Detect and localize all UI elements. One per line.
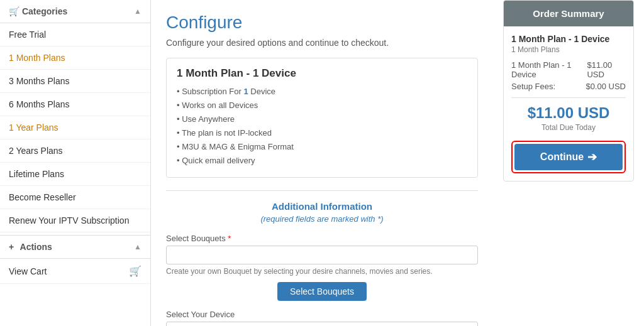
sidebar-item-1month[interactable]: 1 Month Plans [0, 46, 150, 70]
order-summary-box: Order Summary 1 Month Plan - 1 Device 1 … [503, 0, 634, 182]
order-line-item-label: 1 Month Plan - 1 Device [511, 60, 587, 79]
feature-4: The plan is not IP-locked [177, 126, 467, 140]
continue-button[interactable]: Continue ➔ [514, 144, 623, 170]
sidebar-item-reseller[interactable]: Become Reseller [0, 186, 150, 209]
bouquets-label: Select Bouquets * [166, 234, 478, 243]
plus-icon: + [9, 242, 14, 252]
order-setup-fee-price: $0.00 USD [586, 82, 626, 91]
select-bouquets-button[interactable]: Select Bouquets [277, 282, 367, 301]
feature-1: Subscription For 1 Device [177, 85, 467, 99]
continue-btn-label: Continue [540, 151, 584, 163]
arrow-icon: ➔ [587, 150, 597, 164]
bouquets-help: Create your own Bouquet by selecting you… [166, 267, 478, 276]
page-title: Configure [166, 13, 478, 33]
bouquets-required: * [228, 234, 231, 243]
actions-header: + Actions ▲ [0, 235, 150, 259]
continue-btn-wrapper: Continue ➔ [511, 141, 626, 173]
categories-header: 🛒 Categories ▲ [0, 0, 150, 23]
order-setup-fee-label: Setup Fees: [511, 82, 555, 91]
order-line-item-price: $11.00 USD [587, 60, 626, 79]
device-group: Select Your Device None [166, 310, 478, 326]
order-setup-fee: Setup Fees: $0.00 USD [511, 82, 626, 91]
sidebar-item-renew[interactable]: Renew Your IPTV Subscription [0, 209, 150, 232]
cart-small-icon: 🛒 [129, 265, 142, 277]
view-cart-item[interactable]: View Cart 🛒 [0, 259, 150, 284]
bouquets-input[interactable] [166, 246, 478, 264]
categories-nav: Free Trial 1 Month Plans 3 Months Plans … [0, 23, 150, 232]
feature-6: Quick email delivery [177, 154, 467, 168]
page-subtitle: Configure your desired options and conti… [166, 38, 478, 48]
sidebar-item-6months[interactable]: 6 Months Plans [0, 93, 150, 116]
device-label: Select Your Device [166, 310, 478, 319]
sidebar-item-free-trial[interactable]: Free Trial [0, 23, 150, 46]
divider [166, 190, 478, 191]
sidebar-item-1year[interactable]: 1 Year Plans [0, 116, 150, 139]
order-divider [511, 97, 626, 98]
chevron-up-icon-actions: ▲ [134, 242, 142, 251]
additional-info-title: Additional Information [166, 201, 478, 212]
bouquets-group: Select Bouquets * Create your own Bouque… [166, 234, 478, 301]
view-cart-label: View Cart [9, 266, 47, 276]
actions-label: Actions [20, 242, 52, 252]
feature-3: Use Anywhere [177, 112, 467, 126]
plan-title: 1 Month Plan - 1 Device [177, 67, 467, 80]
order-total-amount: $11.00 USD [511, 104, 626, 122]
chevron-up-icon: ▲ [134, 7, 142, 16]
plan-features: Subscription For 1 Device Works on all D… [177, 85, 467, 168]
plan-box: 1 Month Plan - 1 Device Subscription For… [166, 58, 478, 178]
feature-2: Works on all Devices [177, 99, 467, 112]
order-summary-body: 1 Month Plan - 1 Device 1 Month Plans 1 … [504, 26, 633, 181]
order-summary-panel: Order Summary 1 Month Plan - 1 Device 1 … [493, 0, 644, 326]
sidebar-item-3months[interactable]: 3 Months Plans [0, 70, 150, 93]
order-summary-header: Order Summary [504, 1, 633, 26]
order-line-item: 1 Month Plan - 1 Device $11.00 USD [511, 60, 626, 79]
feature-5: M3U & MAG & Enigma Format [177, 140, 467, 154]
device-select[interactable]: None [166, 322, 478, 326]
cart-icon: 🛒 [9, 6, 19, 16]
additional-info-subtitle: (required fields are marked with *) [166, 214, 478, 224]
sidebar-item-lifetime[interactable]: Lifetime Plans [0, 163, 150, 186]
sidebar-item-2years[interactable]: 2 Years Plans [0, 139, 150, 163]
categories-label: Categories [22, 6, 67, 16]
order-plan-title: 1 Month Plan - 1 Device [511, 34, 626, 44]
order-total-label: Total Due Today [511, 123, 626, 132]
order-plan-sub: 1 Month Plans [511, 45, 626, 54]
